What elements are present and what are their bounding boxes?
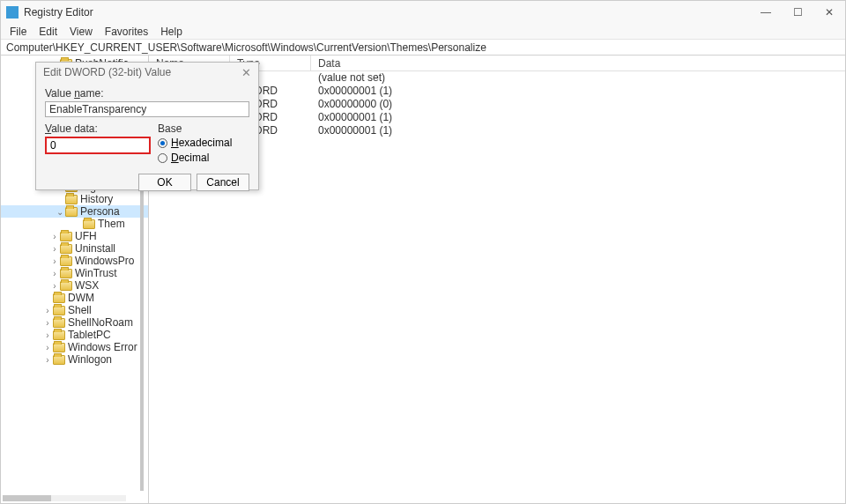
expand-icon[interactable]: › <box>50 244 59 254</box>
folder-icon <box>60 256 72 266</box>
cancel-button[interactable]: Cancel <box>197 174 249 191</box>
tree-node[interactable]: ›TabletPC <box>1 329 148 341</box>
dialog-close-icon[interactable]: ✕ <box>241 66 251 79</box>
tree-label: DWM <box>68 292 94 304</box>
tree-label: Them <box>98 218 125 230</box>
tree-node[interactable]: .DWM <box>1 292 148 304</box>
address-bar[interactable]: Computer\HKEY_CURRENT_USER\Software\Micr… <box>1 40 845 56</box>
tree-node[interactable]: ›WSX <box>1 279 148 292</box>
menu-favorites[interactable]: Favorites <box>100 26 153 38</box>
close-button[interactable]: ✕ <box>813 1 845 24</box>
tree-node[interactable]: ⌄Persona <box>1 205 148 218</box>
tree-label: WindowsPro <box>75 255 134 267</box>
folder-icon <box>53 306 65 315</box>
tree-node[interactable]: ›Shell <box>1 304 148 316</box>
folder-icon <box>60 232 72 241</box>
value-name-input[interactable] <box>45 101 249 117</box>
folder-icon <box>53 293 65 303</box>
value-data-input[interactable]: 0 <box>45 137 151 154</box>
radio-icon <box>158 153 167 163</box>
address-text: Computer\HKEY_CURRENT_USER\Software\Micr… <box>6 41 486 54</box>
menu-edit[interactable]: Edit <box>33 26 63 38</box>
horizontal-scrollbar[interactable] <box>3 495 126 501</box>
folder-icon <box>53 318 65 328</box>
tree-label: Windows Error <box>68 341 137 353</box>
folder-icon <box>53 330 65 340</box>
tree-node[interactable]: ›Winlogon <box>1 353 148 366</box>
tree-node[interactable]: ›ShellNoRoam <box>1 316 148 329</box>
radio-decimal[interactable]: Decimal <box>158 152 249 164</box>
base-group-label: Base <box>158 122 249 135</box>
expand-icon[interactable]: › <box>43 355 52 365</box>
tree-node[interactable]: ›Windows Error <box>1 341 148 353</box>
expand-icon[interactable]: › <box>43 330 52 340</box>
cell-data: 0x00000001 (1) <box>311 111 845 124</box>
dialog-titlebar[interactable]: Edit DWORD (32-bit) Value ✕ <box>36 63 258 82</box>
tree-node[interactable]: ›WindowsPro <box>1 255 148 267</box>
expand-icon[interactable]: › <box>50 269 59 278</box>
expand-icon[interactable]: ⌄ <box>56 207 64 217</box>
radio-icon <box>158 138 167 148</box>
radio-hexadecimal[interactable]: Hexadecimal <box>158 137 249 149</box>
window-title: Registry Editor <box>24 6 750 19</box>
tree-label: WSX <box>75 279 99 292</box>
cell-data: 0x00000001 (1) <box>311 124 845 137</box>
folder-icon <box>65 195 78 204</box>
app-icon <box>6 6 19 19</box>
folder-icon <box>65 207 78 217</box>
tree-label: Winlogon <box>68 353 112 366</box>
expand-icon[interactable]: › <box>50 281 59 291</box>
tree-label: History <box>80 193 113 205</box>
tree-label: Persona <box>80 205 120 218</box>
tree-node[interactable]: .History <box>1 193 148 205</box>
cell-data: (value not set) <box>311 71 845 85</box>
tree-label: UFH <box>75 230 97 242</box>
expand-icon[interactable]: › <box>43 343 52 352</box>
maximize-button[interactable]: ☐ <box>782 1 813 24</box>
expand-icon[interactable]: › <box>50 256 59 266</box>
tree-label: TabletPC <box>68 329 111 341</box>
folder-icon <box>53 355 65 365</box>
tree-label: Uninstall <box>75 242 115 255</box>
folder-icon <box>60 269 72 278</box>
value-data-label: Value data: <box>45 122 151 135</box>
folder-icon <box>60 244 72 254</box>
tree-label: WinTrust <box>75 267 117 279</box>
edit-dword-dialog: Edit DWORD (32-bit) Value ✕ Value name: … <box>35 62 259 190</box>
menu-view[interactable]: View <box>64 26 98 38</box>
expand-icon[interactable]: › <box>43 306 52 315</box>
dialog-title: Edit DWORD (32-bit) Value <box>43 66 241 78</box>
titlebar[interactable]: Registry Editor — ☐ ✕ <box>1 1 845 24</box>
expand-icon[interactable]: › <box>50 232 59 241</box>
column-data[interactable]: Data <box>311 56 845 70</box>
tree-label: ShellNoRoam <box>68 316 133 329</box>
menu-file[interactable]: File <box>4 26 32 38</box>
tree-node[interactable]: ›WinTrust <box>1 267 148 279</box>
expand-icon[interactable]: › <box>43 318 52 328</box>
ok-button[interactable]: OK <box>138 174 191 191</box>
cell-data: 0x00000001 (1) <box>311 85 845 98</box>
cell-data: 0x00000000 (0) <box>311 98 845 111</box>
value-name-label: Value name: <box>45 87 249 100</box>
tree-node[interactable]: ›Uninstall <box>1 242 148 255</box>
folder-icon <box>60 281 72 291</box>
menu-help[interactable]: Help <box>155 26 188 38</box>
folder-icon <box>83 219 95 229</box>
minimize-button[interactable]: — <box>750 1 782 24</box>
tree-label: Shell <box>68 304 92 316</box>
folder-icon <box>53 343 65 352</box>
tree-node[interactable]: .Them <box>1 218 148 230</box>
tree-node[interactable]: ›UFH <box>1 230 148 242</box>
menubar: File Edit View Favorites Help <box>1 24 845 40</box>
